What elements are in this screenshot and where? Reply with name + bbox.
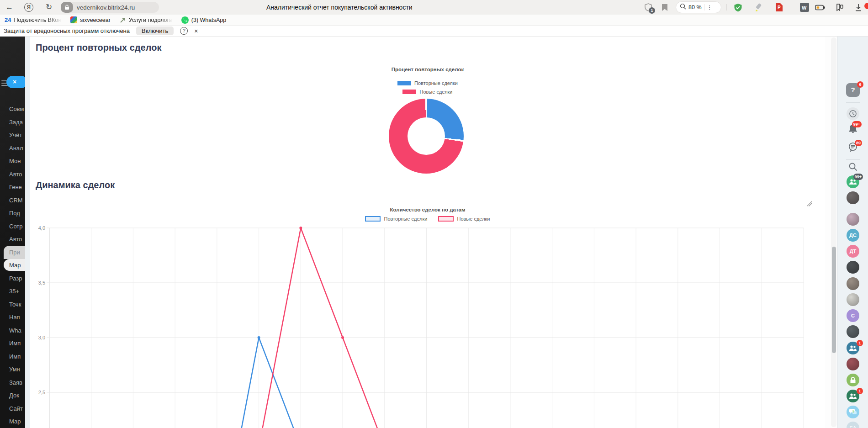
notification-badge: 99+ [853,174,863,180]
legend-item[interactable]: Новые сделки [438,216,490,222]
url-text: vedernikov.bitrix24.ru [73,4,135,11]
adguard-extension-icon[interactable] [733,2,743,12]
close-icon[interactable]: × [194,27,198,35]
refresh-icon[interactable]: ↻ [46,0,52,15]
bitrix24-icon: 24 [5,16,11,23]
lock-icon[interactable] [847,374,859,386]
y-tick-label: 3,0 [38,335,45,340]
section-title-deal-dynamics: Динамика сделок [36,180,115,190]
p-document-extension-icon[interactable]: P [774,2,784,12]
data-point-marker [299,227,302,229]
bookmark-item[interactable]: (3) WhatsApp [181,16,226,24]
avatar-initials[interactable]: ДС [847,229,859,242]
notification-dot [864,3,868,9]
bookmark-label: Подключить ВКон [14,17,61,23]
avatar-photo[interactable] [847,358,859,370]
enable-protection-button[interactable]: Включить [136,26,174,35]
sidebar-item[interactable]: Мон [0,157,25,165]
warning-message: Защита от вредоносных программ отключена [4,27,130,34]
bookmark-item[interactable]: 24Подключить ВКон [5,16,61,23]
scrollbar-track[interactable] [831,37,836,427]
legend-swatch [365,216,381,222]
y-tick-label: 3,5 [38,280,45,285]
divider [726,4,727,11]
bookmark-item[interactable]: Услуги подолога [120,17,172,23]
zoom-level: 80 % [688,4,702,11]
highlighter-extension-icon[interactable] [754,2,764,12]
legend-item[interactable]: Новые сделки [402,89,452,95]
sidebar-item[interactable]: CRM [0,196,25,205]
sidebar-item[interactable]: Гене [0,183,25,191]
sidebar-item[interactable]: Авто [0,170,25,179]
doughnut-legend: Повторные сделкиНовые сделки [30,80,825,95]
sidebar-item[interactable]: Учёт [0,131,25,139]
avatar-initials[interactable]: ДТ [847,245,859,258]
protect-badge: 1 [649,7,655,14]
collections-extension-icon[interactable] [834,2,844,12]
avatar-photo[interactable] [847,191,859,204]
kebab-menu-icon[interactable]: ⋮ [707,4,713,11]
back-icon[interactable]: ← [5,0,13,15]
protect-icon[interactable]: 1 [643,2,653,12]
avatar-photo[interactable] [847,213,859,226]
mosaic-favicon [70,16,77,23]
invite-users-icon[interactable]: 99+ [847,175,859,188]
svg-text:P: P [778,5,781,10]
line-series [259,228,385,428]
bookmark-icon[interactable] [660,2,670,12]
group-icon[interactable]: 1 [847,342,859,354]
zoom-control[interactable]: 80 % ⋮ [676,1,721,13]
chat-feed-icon[interactable]: 89 [847,142,858,154]
legend-label: Новые сделки [419,89,452,95]
yandex-browser-icon[interactable]: Я [24,3,33,12]
legend-swatch [402,90,416,94]
legend-label: Новые сделки [457,216,490,222]
sidebar-item[interactable]: Совм [0,105,25,113]
lock-icon[interactable] [61,2,73,13]
doughnut-chart-title: Процент повторных сделок [30,67,825,72]
group-icon[interactable]: 1 [847,390,859,402]
avatar-photo[interactable] [847,261,859,274]
chat-bubbles-icon[interactable] [847,406,859,418]
help-icon[interactable]: ? [180,27,188,35]
y-tick-label: 4,0 [38,225,45,231]
avatar-initials[interactable]: ЕА [847,422,859,428]
bookmark-label: (3) WhatsApp [191,17,226,23]
bookmark-item[interactable]: sixveeceear [70,16,111,23]
line-series [217,338,343,428]
question-icon[interactable]: ?6 [846,83,860,97]
address-bar[interactable]: vedernikov.bitrix24.ru [61,2,159,13]
avatar-initials[interactable]: С [847,309,859,322]
search-icon[interactable] [848,162,857,173]
bookmarks-bar: 24Подключить ВКонsixveeceearУслуги подол… [0,15,868,26]
line-chart-title: Количество сделок по датам [30,207,825,212]
bell-icon[interactable]: 99+ [848,123,858,136]
browser-toolbar: ← Я ↻ vedernikov.bitrix24.ru Аналитическ… [0,0,868,15]
legend-item[interactable]: Повторные сделки [397,80,458,86]
whatsapp-icon [181,16,189,24]
data-point-marker [258,336,260,339]
legend-label: Повторные сделки [414,80,458,86]
downloads-icon[interactable] [853,2,863,12]
section-title-repeat-deals: Процент повторных сделок [36,42,161,53]
svg-text:W: W [802,5,807,11]
line-chart: 4,03,53,02,5 [0,224,825,428]
avatar-photo[interactable] [847,293,859,306]
w-extension-icon[interactable]: W [799,2,810,12]
notification-badge: 1 [857,388,863,394]
data-point-marker [341,336,344,339]
battery-extension-icon[interactable] [815,2,825,12]
avatar-photo[interactable] [847,325,859,338]
avatar-photo[interactable] [847,277,859,290]
bookmark-label: Услуги подолога [129,17,172,23]
sidebar-item[interactable]: Анал [0,144,25,153]
sidebar-item[interactable]: Зада [0,118,25,127]
arrow-favicon [120,17,126,23]
sidebar-item[interactable]: Под [0,209,25,217]
history-clock-icon[interactable] [847,107,859,120]
doughnut-hole [408,117,445,155]
legend-item[interactable]: Повторные сделки [365,216,427,222]
magnifier-icon [680,3,686,11]
sidebar-close-button[interactable]: × [6,76,25,88]
scrollbar-thumb[interactable] [832,247,836,353]
